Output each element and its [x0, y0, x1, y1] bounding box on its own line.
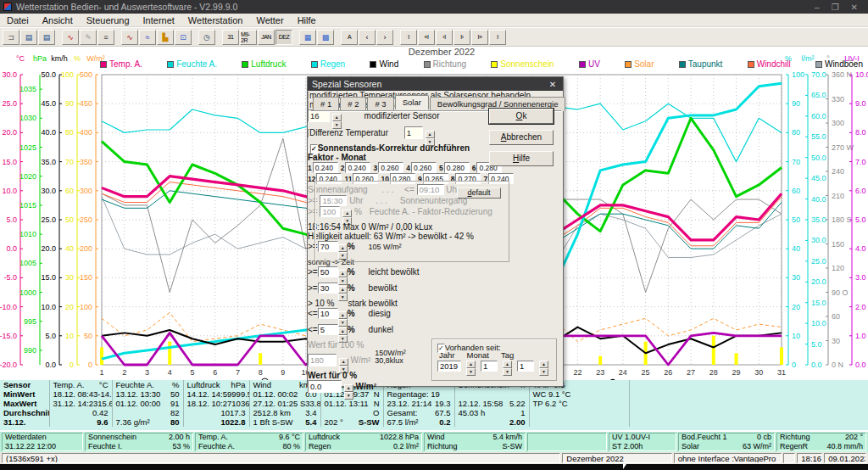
save-icon[interactable]: ▤	[20, 30, 37, 45]
curve-window-icon[interactable]: ∿	[121, 30, 138, 45]
status-panel-8: Richtung202 °RegenR40.8 mm/h	[776, 433, 866, 451]
svg-text:100: 100	[80, 303, 92, 311]
svg-text:990: 990	[24, 346, 36, 355]
exit-icon[interactable]: ⊐	[3, 30, 19, 45]
table-view-icon[interactable]: ▦	[299, 30, 316, 45]
diff-input[interactable]: 1	[404, 126, 423, 139]
svg-text:5.0: 5.0	[855, 215, 866, 224]
svg-text:35.0: 35.0	[41, 158, 56, 166]
menu-item-wetter[interactable]: Wetter	[249, 15, 290, 25]
factor-month-4-input[interactable]: 0.260	[411, 162, 437, 173]
maximize-button[interactable]: ❐	[832, 3, 839, 12]
nav-back-button[interactable]: ‹I	[436, 30, 453, 45]
svg-text:UV-I: UV-I	[844, 54, 860, 63]
abbrechen-button[interactable]: Abbrechen	[489, 130, 554, 145]
svg-text:45.0: 45.0	[41, 99, 56, 108]
svg-text:0.0: 0.0	[811, 361, 822, 369]
factor-month-5-input[interactable]: 0.280	[444, 162, 470, 173]
nav-fast-fwd-button[interactable]: I»	[471, 30, 488, 45]
svg-text:90: 90	[65, 99, 74, 108]
svg-text:1025: 1025	[19, 143, 36, 152]
close-button[interactable]: ✕	[851, 3, 858, 12]
ok-button[interactable]: Ok	[489, 109, 554, 124]
wert0-input[interactable]: 0.0	[308, 380, 342, 393]
hilfe-button[interactable]: Hilfe	[489, 151, 554, 166]
auto-button[interactable]: A	[341, 30, 358, 45]
svg-text:50: 50	[84, 332, 92, 340]
mod-sensor-spinner[interactable]: ▲▼	[332, 114, 342, 126]
svg-text:150: 150	[832, 240, 844, 249]
svg-text:250: 250	[80, 215, 92, 224]
clock-icon[interactable]: ◷	[198, 30, 215, 45]
svg-text:80: 80	[65, 128, 74, 137]
svg-text:-10.0: -10.0	[0, 303, 17, 311]
next-button[interactable]: ›	[376, 30, 393, 45]
svg-text:50: 50	[65, 215, 74, 224]
sunshine-bar	[780, 347, 783, 365]
range-month-button[interactable]: M9-2R	[240, 30, 257, 45]
nav-start-button[interactable]: I	[400, 30, 417, 45]
jahr-input[interactable]: 2019	[437, 361, 461, 372]
menu-item-datei[interactable]: Datei	[0, 15, 36, 25]
chart-red-icon[interactable]: ∿	[62, 30, 79, 45]
threshold-input-2[interactable]: 30	[318, 283, 338, 294]
svg-text:70.0: 70.0	[811, 70, 826, 79]
svg-text:25.0: 25.0	[41, 215, 56, 224]
dialog-tab--2[interactable]: # 2	[340, 97, 366, 111]
multi-curve-icon[interactable]: ≈	[139, 30, 156, 45]
menu-item-wetterstation[interactable]: Wetterstation	[181, 15, 250, 25]
range-jan-button[interactable]: JAN	[258, 30, 275, 45]
wert100-input[interactable]: 180	[308, 354, 337, 366]
menu-item-steuerung[interactable]: Steuerung	[80, 15, 136, 25]
svg-text:9.0: 9.0	[855, 99, 866, 108]
diff-spinner[interactable]: ▲▼	[426, 131, 435, 143]
svg-text:360 N: 360 N	[832, 70, 852, 79]
range-day-button[interactable]: 31	[222, 30, 239, 45]
factor-month-1-input[interactable]: 0.240	[313, 162, 338, 173]
minimize-button[interactable]: –	[815, 3, 820, 12]
dialog-tab-solar[interactable]: Solar	[395, 95, 429, 109]
svg-text:8.0: 8.0	[855, 128, 866, 137]
db-export-icon[interactable]: ⊡	[175, 30, 192, 45]
menu-item-hilfe[interactable]: Hilfe	[291, 15, 323, 25]
svg-text:7.0: 7.0	[855, 158, 866, 166]
dialog-tab--3[interactable]: # 3	[367, 97, 393, 111]
status-panel-0: Wetterdaten31.12.22 12:00	[2, 433, 83, 451]
sunshine-bar	[168, 342, 171, 365]
svg-text:40: 40	[65, 244, 74, 253]
svg-text:4: 4	[168, 368, 172, 377]
threshold-input-5[interactable]: 5	[318, 324, 338, 335]
nav-fwd-button[interactable]: I›	[453, 30, 470, 45]
svg-text:20: 20	[65, 303, 74, 311]
range-dez-button[interactable]: DEZ	[275, 30, 292, 45]
prev-button[interactable]: ‹	[359, 30, 376, 45]
default-button[interactable]: default	[457, 187, 501, 199]
app-icon	[3, 3, 12, 11]
nav-end-button[interactable]: I	[489, 30, 506, 45]
svg-text:5.0: 5.0	[45, 332, 56, 340]
svg-text:30: 30	[832, 337, 840, 345]
cb-vorhanden[interactable]: ✓Vorhanden seit:	[437, 343, 561, 352]
threshold-input-1[interactable]: 50	[318, 266, 338, 277]
svg-text:10: 10	[65, 332, 74, 340]
nav-fast-back-button[interactable]: «I	[418, 30, 435, 45]
factor-month-2-input[interactable]: 0.240	[345, 162, 370, 173]
menu-item-internet[interactable]: Internet	[136, 15, 181, 25]
statusbar2-cell-0: (1536x591 +x)	[2, 453, 560, 463]
monat-input[interactable]: 1	[481, 361, 498, 372]
tag-input[interactable]: 1	[517, 361, 534, 372]
print-icon[interactable]: ≡	[97, 30, 114, 45]
menu-item-ansicht[interactable]: Ansicht	[36, 15, 80, 25]
dialog-tab--1[interactable]: # 1	[313, 97, 339, 111]
chart-edit-icon[interactable]: ✎	[80, 30, 97, 45]
threshold-input-4[interactable]: 10	[318, 308, 338, 319]
svg-text:270 W: 270 W	[832, 143, 854, 152]
vorhanden-box: ✓Vorhanden seit: Jahr Monat Tag 2019▲▼ 1…	[431, 339, 557, 381]
dialog-title-bar[interactable]: Spezial Sensoren ✕	[308, 77, 563, 91]
bar-chart-icon[interactable]: ▙	[157, 30, 174, 45]
factor-month-3-input[interactable]: 0.260	[378, 162, 403, 173]
table-view2-icon[interactable]: ▩	[317, 30, 334, 45]
dialog-close-icon[interactable]: ✕	[547, 80, 559, 89]
threshold-row-1: >=50▲▼%leicht bewölkt	[308, 266, 563, 283]
save-as-icon[interactable]: ▤	[38, 30, 55, 45]
